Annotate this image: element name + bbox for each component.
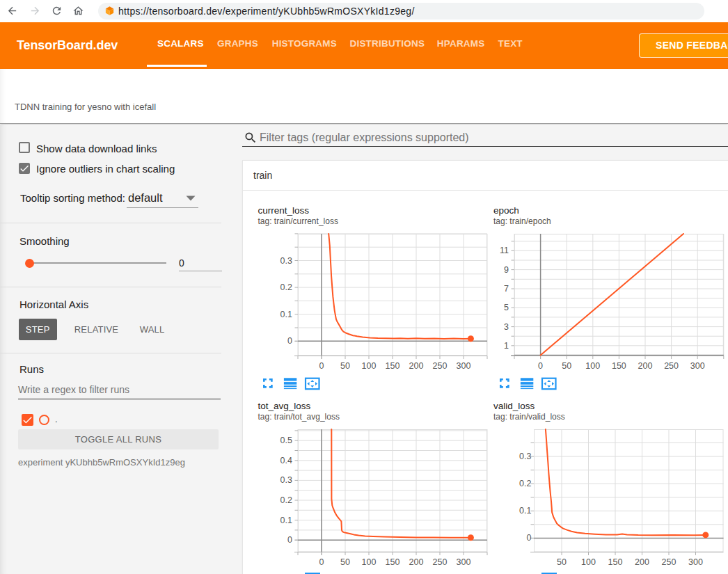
svg-text:150: 150 <box>385 557 399 567</box>
svg-text:0.3: 0.3 <box>280 256 292 266</box>
svg-text:0.1: 0.1 <box>519 506 531 516</box>
svg-text:0: 0 <box>538 361 543 371</box>
svg-text:250: 250 <box>661 557 676 567</box>
svg-text:0.3: 0.3 <box>280 475 292 485</box>
svg-text:100: 100 <box>361 557 376 567</box>
svg-text:150: 150 <box>385 361 399 371</box>
svg-text:150: 150 <box>608 557 622 567</box>
svg-text:0.2: 0.2 <box>280 495 292 505</box>
svg-text:300: 300 <box>688 557 703 567</box>
svg-text:200: 200 <box>638 361 652 371</box>
svg-text:11: 11 <box>500 246 509 255</box>
svg-text:0: 0 <box>319 557 324 567</box>
svg-text:0.1: 0.1 <box>280 310 292 319</box>
svg-text:100: 100 <box>581 557 596 567</box>
svg-text:50: 50 <box>340 557 350 567</box>
svg-text:0.2: 0.2 <box>280 282 292 292</box>
svg-text:250: 250 <box>664 361 679 371</box>
svg-text:5: 5 <box>504 303 509 312</box>
svg-text:200: 200 <box>409 557 423 567</box>
svg-text:300: 300 <box>456 557 470 567</box>
svg-text:100: 100 <box>361 361 376 371</box>
svg-text:250: 250 <box>432 557 447 567</box>
svg-text:0.2: 0.2 <box>519 479 531 488</box>
svg-text:300: 300 <box>456 361 470 371</box>
svg-text:3: 3 <box>504 322 509 332</box>
svg-text:50: 50 <box>557 557 567 567</box>
svg-text:0: 0 <box>287 336 292 346</box>
svg-text:1: 1 <box>504 341 509 351</box>
svg-text:50: 50 <box>340 361 350 371</box>
svg-text:0: 0 <box>319 361 324 371</box>
svg-text:9: 9 <box>504 265 509 275</box>
svg-text:7: 7 <box>504 284 509 294</box>
svg-text:0: 0 <box>287 535 292 545</box>
svg-text:0.5: 0.5 <box>280 436 292 445</box>
svg-text:0: 0 <box>526 533 531 543</box>
svg-text:100: 100 <box>585 361 600 371</box>
svg-text:0.1: 0.1 <box>280 516 292 525</box>
svg-text:0.3: 0.3 <box>519 452 531 461</box>
svg-text:150: 150 <box>612 361 626 371</box>
svg-text:50: 50 <box>562 361 571 371</box>
svg-text:0.4: 0.4 <box>280 456 292 465</box>
svg-text:200: 200 <box>409 361 423 371</box>
svg-text:300: 300 <box>690 361 705 371</box>
svg-text:250: 250 <box>432 361 447 371</box>
svg-text:200: 200 <box>635 557 649 567</box>
